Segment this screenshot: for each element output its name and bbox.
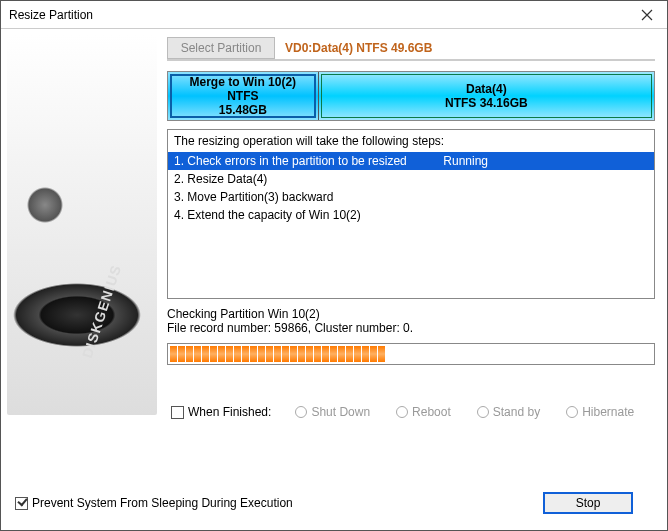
radio-icon <box>295 406 307 418</box>
part-a-name: Merge to Win 10(2) <box>190 75 297 89</box>
progress-segment <box>354 346 361 362</box>
step-item: 1. Check errors in the partition to be r… <box>168 152 654 170</box>
prevent-sleep-checkbox[interactable]: Prevent System From Sleeping During Exec… <box>15 496 293 510</box>
window-title: Resize Partition <box>9 8 627 22</box>
progress-segment <box>330 346 337 362</box>
radio-label: Reboot <box>412 405 451 419</box>
progress-segment <box>234 346 241 362</box>
progress-segment <box>322 346 329 362</box>
progress-segment <box>186 346 193 362</box>
steps-box: The resizing operation will take the fol… <box>167 129 655 299</box>
progress-segment <box>170 346 177 362</box>
status-line-1: Checking Partition Win 10(2) <box>167 307 655 321</box>
part-b-name: Data(4) <box>466 82 507 96</box>
selected-partition-label: VD0:Data(4) NTFS 49.6GB <box>285 41 432 55</box>
progress-segment <box>274 346 281 362</box>
part-a-fs: NTFS <box>227 89 258 103</box>
close-icon <box>641 9 653 21</box>
finish-radio[interactable]: Stand by <box>477 405 540 419</box>
resize-partition-window: Resize Partition Select Partition VD0:Da… <box>0 0 668 531</box>
progress-segment <box>298 346 305 362</box>
select-partition-button[interactable]: Select Partition <box>167 37 275 59</box>
progress-segment <box>346 346 353 362</box>
checkbox-icon <box>15 497 28 510</box>
checkbox-icon <box>171 406 184 419</box>
when-finished-label: When Finished: <box>188 405 271 419</box>
when-finished-checkbox[interactable]: When Finished: <box>171 405 271 419</box>
progress-segment <box>370 346 377 362</box>
radio-label: Stand by <box>493 405 540 419</box>
progress-segment <box>210 346 217 362</box>
progress-segment <box>242 346 249 362</box>
progress-segment <box>202 346 209 362</box>
prevent-sleep-label: Prevent System From Sleeping During Exec… <box>32 496 293 510</box>
finish-radio[interactable]: Shut Down <box>295 405 370 419</box>
partition-segment-merge[interactable]: Merge to Win 10(2) NTFS 15.48GB <box>168 72 319 120</box>
progress-segment <box>306 346 313 362</box>
radio-label: Shut Down <box>311 405 370 419</box>
progress-segment <box>362 346 369 362</box>
progress-segment <box>226 346 233 362</box>
progress-segment <box>338 346 345 362</box>
partition-segment-data[interactable]: Data(4) NTFS 34.16GB <box>319 72 654 120</box>
progress-segment <box>378 346 385 362</box>
steps-title: The resizing operation will take the fol… <box>168 130 654 152</box>
step-item: 3. Move Partition(3) backward <box>168 188 654 206</box>
progress-bar <box>167 343 655 365</box>
step-item: 2. Resize Data(4) <box>168 170 654 188</box>
partition-bar[interactable]: Merge to Win 10(2) NTFS 15.48GB Data(4) … <box>167 71 655 121</box>
radio-icon <box>477 406 489 418</box>
progress-segment <box>314 346 321 362</box>
progress-segment <box>266 346 273 362</box>
finish-radio[interactable]: Hibernate <box>566 405 634 419</box>
progress-segment <box>282 346 289 362</box>
radio-label: Hibernate <box>582 405 634 419</box>
radio-icon <box>396 406 408 418</box>
progress-segment <box>218 346 225 362</box>
step-item: 4. Extend the capacity of Win 10(2) <box>168 206 654 224</box>
progress-segment <box>194 346 201 362</box>
progress-segment <box>290 346 297 362</box>
close-button[interactable] <box>627 1 667 29</box>
progress-segment <box>178 346 185 362</box>
finish-radio[interactable]: Reboot <box>396 405 451 419</box>
part-a-size: 15.48GB <box>219 103 267 117</box>
progress-segment <box>258 346 265 362</box>
progress-segment <box>250 346 257 362</box>
status-line-2: File record number: 59866, Cluster numbe… <box>167 321 655 335</box>
part-b-size: NTFS 34.16GB <box>445 96 528 110</box>
titlebar: Resize Partition <box>1 1 667 29</box>
stop-button[interactable]: Stop <box>543 492 633 514</box>
disk-illustration <box>7 35 157 415</box>
radio-icon <box>566 406 578 418</box>
